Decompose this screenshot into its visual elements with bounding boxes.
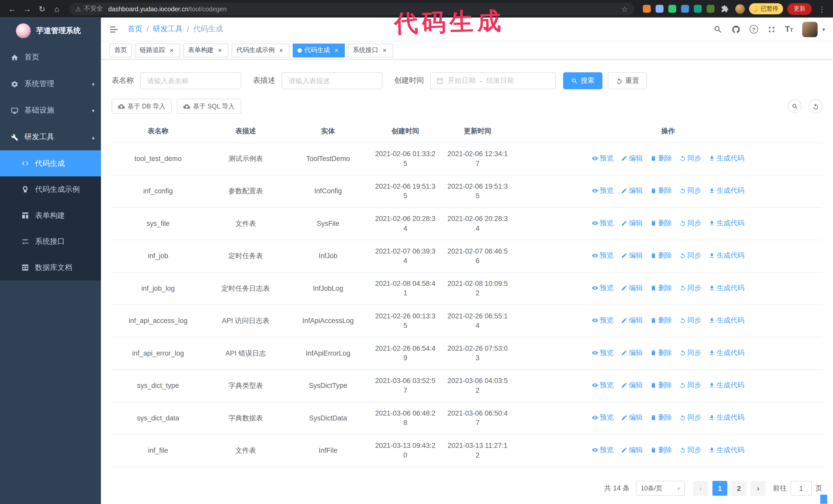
- sidebar-item-form-builder[interactable]: 表单构建: [0, 202, 101, 229]
- sidebar-item-codegen-example[interactable]: 代码生成示例: [0, 176, 101, 202]
- generate-code-link[interactable]: 生成代码: [709, 445, 744, 455]
- preview-link[interactable]: 预览: [592, 413, 614, 422]
- delete-link[interactable]: 删除: [650, 186, 672, 195]
- tag-codegen-example[interactable]: 代码生成示例×: [232, 43, 290, 57]
- sync-link[interactable]: 同步: [680, 413, 701, 422]
- help-icon[interactable]: ?: [749, 25, 758, 33]
- sidebar-item-codegen[interactable]: 代码生成: [0, 150, 101, 177]
- sidebar-item-system-api[interactable]: 系统接口: [0, 229, 101, 255]
- close-icon[interactable]: ×: [333, 46, 340, 54]
- delete-link[interactable]: 删除: [650, 251, 672, 260]
- generate-code-link[interactable]: 生成代码: [709, 316, 744, 325]
- app-logo[interactable]: 芋道管理系统: [0, 18, 101, 44]
- generate-code-link[interactable]: 生成代码: [709, 186, 744, 195]
- edit-link[interactable]: 编辑: [621, 316, 643, 325]
- browser-forward-icon[interactable]: →: [20, 2, 34, 16]
- close-icon[interactable]: ×: [381, 46, 388, 54]
- browser-reload-icon[interactable]: ↻: [35, 2, 49, 16]
- address-bar[interactable]: ⚠ 不安全 dashboard.yudao.iocoder.cn/tool/co…: [69, 2, 634, 15]
- sync-link[interactable]: 同步: [680, 218, 701, 228]
- sidebar-item-devtools[interactable]: 研发工具▴: [0, 124, 101, 150]
- tag-form-builder[interactable]: 表单构建×: [183, 43, 229, 57]
- next-page-button[interactable]: ›: [751, 481, 766, 496]
- extensions-puzzle-icon[interactable]: [721, 5, 729, 13]
- preview-link[interactable]: 预览: [592, 251, 614, 260]
- page-button-2[interactable]: 2: [732, 481, 746, 496]
- page-button-1[interactable]: 1: [712, 481, 727, 496]
- edit-link[interactable]: 编辑: [621, 413, 643, 422]
- edit-link[interactable]: 编辑: [621, 380, 643, 390]
- preview-link[interactable]: 预览: [592, 316, 614, 325]
- date-range-picker[interactable]: 开始日期 - 结束日期: [430, 72, 556, 89]
- sync-link[interactable]: 同步: [680, 380, 701, 390]
- generate-code-link[interactable]: 生成代码: [709, 413, 744, 422]
- extension-icon-2[interactable]: [656, 5, 664, 13]
- table-desc-input[interactable]: [282, 72, 383, 89]
- delete-link[interactable]: 删除: [650, 218, 672, 228]
- back-to-top-button[interactable]: [820, 495, 827, 504]
- page-size-select[interactable]: 10条/页 ▾: [636, 481, 685, 496]
- bookmark-star-icon[interactable]: ☆: [621, 5, 628, 13]
- sync-link[interactable]: 同步: [680, 186, 701, 195]
- prev-page-button[interactable]: ‹: [693, 481, 708, 496]
- delete-link[interactable]: 删除: [650, 348, 672, 358]
- sync-link[interactable]: 同步: [680, 316, 701, 325]
- preview-link[interactable]: 预览: [592, 218, 614, 228]
- sidebar-item-infra[interactable]: 基础设施▾: [0, 97, 101, 124]
- sidebar-item-home[interactable]: 首页: [0, 44, 101, 71]
- tag-home[interactable]: 首页: [110, 43, 132, 57]
- search-icon[interactable]: [713, 25, 722, 33]
- refresh-table-button[interactable]: [809, 99, 823, 113]
- goto-page-input[interactable]: [790, 481, 812, 496]
- preview-link[interactable]: 预览: [592, 153, 614, 163]
- github-icon[interactable]: [731, 25, 740, 33]
- close-icon[interactable]: ×: [216, 46, 224, 54]
- sync-link[interactable]: 同步: [680, 251, 701, 260]
- delete-link[interactable]: 删除: [650, 445, 672, 455]
- close-icon[interactable]: ×: [168, 46, 175, 54]
- extension-icon-5[interactable]: [694, 5, 702, 13]
- extension-icon-1[interactable]: [643, 5, 651, 13]
- delete-link[interactable]: 删除: [650, 283, 672, 293]
- import-sql-button[interactable]: 基于 SQL 导入: [177, 99, 241, 114]
- sync-link[interactable]: 同步: [680, 283, 701, 293]
- extension-icon-3[interactable]: [668, 5, 676, 13]
- reset-button[interactable]: 重置: [608, 72, 647, 89]
- tag-tracer[interactable]: 链路追踪×: [135, 43, 180, 57]
- browser-menu-icon[interactable]: ⋮: [816, 5, 828, 13]
- delete-link[interactable]: 删除: [650, 316, 672, 325]
- sidebar-item-system[interactable]: 系统管理▾: [0, 71, 101, 97]
- edit-link[interactable]: 编辑: [621, 445, 643, 455]
- browser-profile-avatar[interactable]: [735, 4, 745, 14]
- end-date-input[interactable]: 结束日期: [486, 76, 514, 86]
- preview-link[interactable]: 预览: [592, 348, 614, 358]
- browser-home-icon[interactable]: ⌂: [50, 2, 64, 16]
- sync-link[interactable]: 同步: [680, 445, 701, 455]
- sync-link[interactable]: 同步: [680, 348, 701, 358]
- edit-link[interactable]: 编辑: [621, 348, 643, 358]
- delete-link[interactable]: 删除: [650, 380, 672, 390]
- sync-link[interactable]: 同步: [680, 153, 701, 163]
- preview-link[interactable]: 预览: [592, 380, 614, 390]
- breadcrumb-item-devtools[interactable]: 研发工具: [153, 24, 183, 34]
- generate-code-link[interactable]: 生成代码: [709, 348, 744, 358]
- user-avatar[interactable]: [802, 22, 818, 37]
- delete-link[interactable]: 删除: [650, 153, 672, 163]
- import-db-button[interactable]: 基于 DB 导入: [112, 99, 172, 114]
- preview-link[interactable]: 预览: [592, 445, 614, 455]
- extension-icon-6[interactable]: [707, 5, 715, 13]
- hamburger-icon[interactable]: [109, 24, 119, 34]
- font-size-icon[interactable]: TT: [785, 24, 793, 34]
- search-button[interactable]: 搜索: [563, 72, 602, 89]
- caret-down-icon[interactable]: ▾: [822, 26, 825, 32]
- generate-code-link[interactable]: 生成代码: [709, 218, 744, 228]
- preview-link[interactable]: 预览: [592, 283, 614, 293]
- edit-link[interactable]: 编辑: [621, 186, 643, 195]
- edit-link[interactable]: 编辑: [621, 153, 643, 163]
- generate-code-link[interactable]: 生成代码: [709, 153, 744, 163]
- delete-link[interactable]: 删除: [650, 413, 672, 422]
- toggle-search-button[interactable]: [788, 99, 802, 113]
- fullscreen-icon[interactable]: [767, 25, 776, 33]
- generate-code-link[interactable]: 生成代码: [709, 380, 744, 390]
- tag-codegen[interactable]: 代码生成×: [293, 43, 345, 57]
